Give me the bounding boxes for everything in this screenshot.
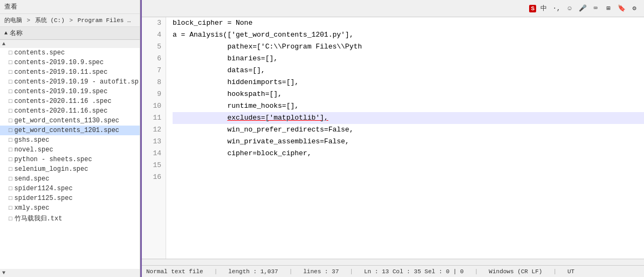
status-bar: Normal text file | length : 1,037 | line…	[142, 265, 644, 277]
line-number: 10	[142, 100, 161, 112]
file-item[interactable]: □xmly.spec	[0, 203, 140, 213]
file-item[interactable]: □spider1124.spec	[0, 184, 140, 193]
scroll-down-icon[interactable]: ▼	[2, 270, 5, 276]
file-icon: □	[9, 108, 12, 114]
file-name: xmly.spec	[15, 204, 50, 212]
code-line: block_cipher = None	[173, 17, 644, 29]
line-numbers: 345678910111213141516	[142, 17, 166, 259]
file-list-header: ▲ 名称	[0, 27, 140, 40]
scroll-top-btn[interactable]: ▲	[0, 40, 140, 48]
file-name: contents-2020.11.16.spec	[15, 107, 108, 115]
line-number: 9	[142, 88, 161, 100]
line-number: 6	[142, 53, 161, 65]
file-icon: □	[9, 185, 12, 192]
file-item[interactable]: □gshs.spec	[0, 135, 140, 145]
file-explorer: 查看 的电脑 > 系统 (C:) > Program Files > Pyt ▲…	[0, 0, 140, 277]
file-item[interactable]: □contents-2019.10.19.spec	[0, 87, 140, 96]
file-icon: □	[9, 79, 12, 85]
file-item[interactable]: □contents-2019.10.9.spec	[0, 58, 140, 67]
file-icon: □	[9, 50, 12, 56]
file-name: 竹马载我归.txt	[15, 214, 63, 223]
breadcrumb-sep: >	[27, 17, 34, 24]
scroll-up-icon[interactable]: ▲	[2, 41, 5, 47]
charset-status: UT	[567, 268, 574, 275]
line-number: 3	[142, 17, 161, 29]
grid-icon[interactable]: ⊞	[603, 3, 614, 14]
code-line: runtime_hooks=[],	[173, 100, 644, 112]
line-number: 7	[142, 65, 161, 77]
line-number: 16	[142, 171, 161, 183]
position-status: Ln : 13 Col : 35 Sel : 0 | 0	[364, 268, 464, 275]
file-item[interactable]: □contents.spec	[0, 48, 140, 58]
dot-icon[interactable]: ·,	[551, 3, 562, 14]
file-item[interactable]: □novel.spec	[0, 145, 140, 155]
file-name: spider1124.spec	[15, 185, 73, 192]
file-icon: □	[9, 166, 12, 172]
breadcrumb-part: Pyt	[136, 17, 140, 24]
line-number: 5	[142, 41, 161, 53]
mic-icon[interactable]: 🎤	[577, 3, 588, 14]
file-name: contents-2019.10.11.spec	[15, 68, 108, 76]
code-line: pathex=['C:\\Program Files\\Pyth	[173, 41, 644, 53]
file-item[interactable]: □contents-2019.10.19 - autofit.sp	[0, 77, 140, 87]
file-name: selenium_login.spec	[15, 165, 88, 173]
file-icon: □	[9, 69, 12, 75]
file-type-status: Normal text file	[146, 268, 203, 275]
file-item[interactable]: □contents-2020.11.16.spec	[0, 106, 140, 116]
line-number: 15	[142, 160, 161, 171]
code-area: 345678910111213141516 block_cipher = Non…	[142, 17, 644, 259]
file-name: spider1125.spec	[15, 195, 73, 202]
code-line: a = Analysis(['get_word_contents_1201.py…	[173, 29, 644, 41]
breadcrumb: 的电脑 > 系统 (C:) > Program Files > Pyt	[0, 14, 140, 27]
file-item[interactable]: □contents-2020.11.16 .spec	[0, 96, 140, 106]
file-item[interactable]: □contents-2019.10.11.spec	[0, 67, 140, 77]
horizontal-scrollbar[interactable]	[142, 259, 644, 265]
chinese-input-icon[interactable]: 中	[538, 3, 549, 14]
code-line: win_private_assemblies=False,	[173, 136, 644, 148]
toolbar-label: 查看	[4, 3, 17, 11]
explorer-toolbar: 查看	[0, 0, 140, 14]
file-item[interactable]: □get_word_contents_1130.spec	[0, 116, 140, 126]
sort-icon: ▲	[4, 30, 8, 36]
file-icon: □	[9, 216, 12, 222]
file-item[interactable]: □spider1125.spec	[0, 193, 140, 203]
file-item[interactable]: □get_word_contents_1201.spec	[0, 126, 140, 135]
file-list: □contents.spec□contents-2019.10.9.spec□c…	[0, 48, 140, 269]
file-icon: □	[9, 195, 12, 202]
bookmark-icon[interactable]: 🔖	[616, 3, 627, 14]
file-item[interactable]: □send.spec	[0, 174, 140, 184]
file-name: get_word_contents_1201.spec	[15, 127, 119, 134]
line-number: 14	[142, 148, 161, 160]
face-icon[interactable]: ☺	[564, 3, 575, 14]
file-name: contents-2019.10.9.spec	[15, 59, 104, 66]
scroll-bottom-btn[interactable]: ▼	[0, 269, 140, 277]
line-number: 12	[142, 124, 161, 136]
encoding-status: Windows (CR LF)	[489, 268, 542, 275]
code-line: excludes=['matplotlib'],	[173, 112, 644, 124]
file-name: contents-2020.11.16 .spec	[15, 98, 112, 105]
file-name: send.spec	[15, 175, 50, 183]
file-icon: □	[9, 98, 12, 105]
keyboard-icon[interactable]: ⌨	[590, 3, 601, 14]
code-line: cipher=block_cipher,	[173, 148, 644, 160]
code-content[interactable]: block_cipher = Nonea = Analysis(['get_wo…	[166, 17, 644, 259]
toolbar-icons: S 中 ·, ☺ 🎤 ⌨ ⊞ 🔖 ⚙	[529, 3, 640, 14]
code-line: datas=[],	[173, 65, 644, 77]
file-name: contents-2019.10.19 - autofit.sp	[15, 78, 139, 86]
line-number: 11	[142, 112, 161, 124]
line-number: 8	[142, 77, 161, 88]
file-icon: □	[9, 205, 12, 211]
file-item[interactable]: □竹马载我归.txt	[0, 213, 140, 224]
code-line: binaries=[],	[173, 53, 644, 65]
file-item[interactable]: □selenium_login.spec	[0, 164, 140, 174]
lines-status: lines : 37	[303, 268, 339, 275]
breadcrumb-part: 系统 (C:)	[35, 17, 65, 24]
file-item[interactable]: □python - sheets.spec	[0, 155, 140, 164]
file-name: contents-2019.10.19.spec	[15, 88, 108, 95]
file-list-header-label: 名称	[10, 29, 23, 38]
code-underlined-text: excludes=['matplotlib'],	[227, 112, 328, 124]
file-icon: □	[9, 137, 12, 143]
file-icon: □	[9, 117, 12, 124]
sougou-icon[interactable]: S	[529, 5, 536, 12]
settings-icon[interactable]: ⚙	[629, 3, 640, 14]
